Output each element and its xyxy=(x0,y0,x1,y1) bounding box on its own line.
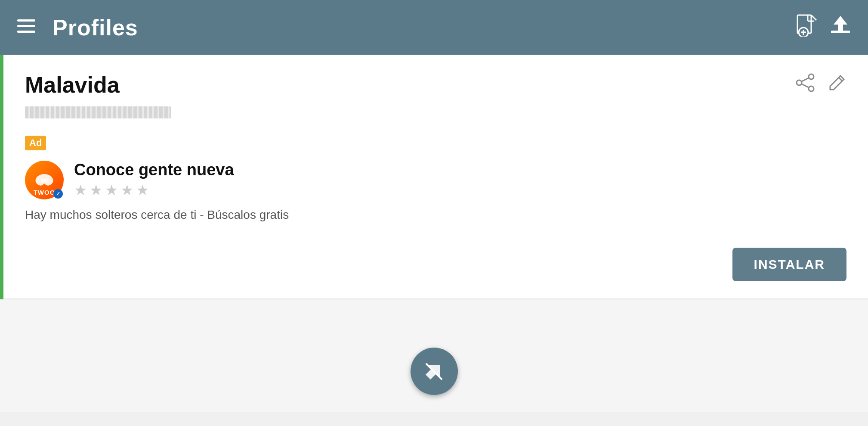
svg-rect-0 xyxy=(17,19,35,22)
app-header: Profiles xyxy=(0,0,868,55)
svg-text:∞: ∞ xyxy=(40,174,48,186)
header-actions xyxy=(797,14,851,41)
star-2: ★ xyxy=(90,183,102,197)
install-button[interactable]: INSTALAR xyxy=(732,248,846,281)
star-4: ★ xyxy=(120,183,133,197)
app-brand-label: TWOO xyxy=(34,189,56,196)
star-5: ★ xyxy=(136,183,149,197)
upload-icon[interactable] xyxy=(830,14,851,41)
app-ad-row: ∞ TWOO ✓ Conoce gente nueva ★ ★ ★ ★ ★ xyxy=(25,161,846,199)
svg-line-16 xyxy=(802,78,809,81)
svg-point-14 xyxy=(797,80,802,85)
svg-marker-12 xyxy=(834,16,847,31)
svg-point-13 xyxy=(809,74,814,79)
page-title: Profiles xyxy=(53,15,138,40)
content-area: Malavida xyxy=(0,55,868,299)
app-name: Conoce gente nueva xyxy=(74,161,234,179)
svg-line-17 xyxy=(802,84,809,87)
svg-rect-11 xyxy=(831,31,850,33)
star-3: ★ xyxy=(105,183,118,197)
bottom-area xyxy=(0,299,868,412)
app-icon: ∞ TWOO ✓ xyxy=(25,161,64,199)
profile-actions xyxy=(796,73,846,96)
stars-row: ★ ★ ★ ★ ★ xyxy=(74,183,234,197)
svg-line-18 xyxy=(839,78,842,81)
star-1: ★ xyxy=(74,183,87,197)
svg-rect-1 xyxy=(17,25,35,27)
app-verified-badge: ✓ xyxy=(53,189,63,199)
blurred-url xyxy=(25,106,171,118)
app-info: Conoce gente nueva ★ ★ ★ ★ ★ xyxy=(74,161,234,197)
ad-badge: Ad xyxy=(25,136,46,150)
profile-header: Malavida xyxy=(25,72,846,98)
install-btn-wrapper: INSTALAR xyxy=(3,248,868,299)
edit-icon[interactable] xyxy=(828,73,846,96)
svg-point-15 xyxy=(809,86,814,91)
app-description: Hay muchos solteros cerca de ti - Búscal… xyxy=(25,208,846,222)
menu-icon[interactable] xyxy=(17,19,35,36)
fab-button[interactable] xyxy=(411,348,458,395)
profile-section: Malavida xyxy=(3,55,868,248)
share-icon[interactable] xyxy=(796,73,815,96)
profile-name: Malavida xyxy=(25,72,120,98)
svg-rect-2 xyxy=(17,31,35,33)
new-profile-icon[interactable] xyxy=(797,14,817,41)
